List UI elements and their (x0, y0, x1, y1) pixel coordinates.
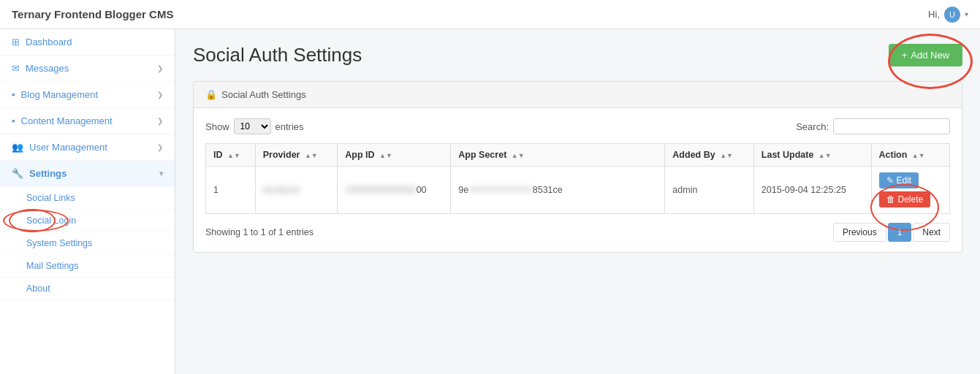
sort-arrows-action: ▲▼ (912, 152, 925, 159)
plus-icon: + (902, 50, 908, 61)
sidebar-item-label: Settings (29, 168, 67, 179)
sort-arrows-app-id: ▲▼ (379, 152, 392, 159)
app-brand: Ternary Frontend Blogger CMS (12, 8, 173, 20)
search-label: Search: (796, 121, 829, 132)
col-added-by[interactable]: Added By ▲▼ (665, 144, 753, 167)
edit-button[interactable]: ✎ Edit (879, 172, 919, 188)
table-header-row: ID ▲▼ Provider ▲▼ App ID ▲▼ App Secret ▲… (206, 144, 950, 167)
entries-label: entries (276, 121, 304, 132)
entries-select[interactable]: 10 25 50 100 (234, 118, 271, 134)
col-last-update[interactable]: Last Update ▲▼ (753, 144, 871, 167)
sidebar-item-mail-settings[interactable]: Mail Settings (0, 255, 175, 278)
cell-added-by: admin (665, 167, 753, 214)
col-app-secret[interactable]: App Secret ▲▼ (451, 144, 665, 167)
table-row: 1 facebook 1000000000000000 9e••••••••••… (206, 167, 950, 214)
col-action[interactable]: Action ▲▼ (871, 144, 950, 167)
sidebar-item-dashboard[interactable]: ⊞ Dashboard (0, 29, 175, 56)
social-auth-card: 🔒 Social Auth Settings Show 10 25 50 100 (193, 81, 962, 253)
sidebar-item-label: Content Management (21, 115, 113, 126)
sidebar-sub-label: About (26, 283, 50, 294)
navbar-right: Hi, U ▾ (928, 7, 968, 23)
cell-action: ✎ Edit 🗑 Delete (871, 167, 950, 214)
cell-provider: facebook (255, 167, 338, 214)
card-body: Show 10 25 50 100 entries Search: (194, 108, 962, 252)
add-new-button[interactable]: + Add New (889, 44, 962, 66)
col-app-id[interactable]: App ID ▲▼ (338, 144, 451, 167)
sidebar-item-blog-management[interactable]: ▪ Blog Management ❯ (0, 82, 175, 108)
chevron-down-icon: ▾ (965, 10, 968, 18)
chevron-right-icon: ❯ (157, 143, 163, 151)
trash-icon: 🗑 (886, 194, 895, 205)
cell-id: 1 (206, 167, 256, 214)
next-button[interactable]: Next (913, 223, 950, 242)
pagination: Previous 1 Next (833, 223, 950, 242)
delete-button[interactable]: 🗑 Delete (879, 191, 931, 207)
cell-last-update: 2015-09-04 12:25:25 (753, 167, 871, 214)
sidebar-item-label: Blog Management (21, 89, 99, 100)
settings-icon: 🔧 (12, 168, 23, 179)
user-greeting: Hi, (928, 9, 940, 20)
col-provider[interactable]: Provider ▲▼ (255, 144, 338, 167)
sort-arrows-app-secret: ▲▼ (512, 152, 525, 159)
show-entries-control: Show 10 25 50 100 entries (205, 118, 304, 134)
previous-button[interactable]: Previous (833, 223, 886, 242)
sidebar-item-label: Dashboard (26, 37, 72, 47)
search-group: Search: (796, 118, 950, 134)
sidebar-item-label: User Management (29, 142, 107, 153)
table-controls: Show 10 25 50 100 entries Search: (205, 118, 950, 134)
content-icon: ▪ (12, 115, 15, 126)
sidebar-sub-label: Mail Settings (26, 261, 79, 271)
sidebar-sub-label: Social Links (26, 193, 75, 203)
main-content: Social Auth Settings + Add New 🔒 Social … (175, 29, 980, 374)
sidebar-item-content-management[interactable]: ▪ Content Management ❯ (0, 108, 175, 134)
sort-arrows-id: ▲▼ (227, 152, 240, 159)
blog-icon: ▪ (12, 89, 15, 100)
edit-icon: ✎ (886, 175, 894, 186)
card-header: 🔒 Social Auth Settings (194, 82, 962, 108)
sidebar-item-user-management[interactable]: 👥 User Management ❯ (0, 134, 175, 161)
sidebar: ⊞ Dashboard ✉ Messages ❯ ▪ Blog Manageme… (0, 29, 175, 374)
card-title: Social Auth Settings (221, 89, 306, 100)
sidebar-item-system-settings[interactable]: System Settings (0, 232, 175, 255)
cell-app-id: 1000000000000000 (338, 167, 451, 214)
chevron-right-icon: ❯ (157, 91, 163, 99)
sidebar-item-social-login[interactable]: Social Login (0, 210, 175, 232)
col-id[interactable]: ID ▲▼ (206, 144, 256, 167)
page-title: Social Auth Settings (193, 44, 362, 66)
layout: ⊞ Dashboard ✉ Messages ❯ ▪ Blog Manageme… (0, 29, 980, 374)
sidebar-item-social-links[interactable]: Social Links (0, 187, 175, 210)
chevron-right-icon: ❯ (157, 64, 163, 72)
delete-label: Delete (898, 194, 924, 205)
add-new-label: Add New (911, 50, 949, 61)
grid-icon: ⊞ (12, 37, 20, 47)
sidebar-item-label: Messages (26, 63, 69, 74)
mail-icon: ✉ (12, 63, 20, 74)
chevron-down-icon: ▾ (159, 169, 163, 178)
show-label: Show (205, 121, 229, 132)
table-footer: Showing 1 to 1 of 1 entries Previous 1 N… (205, 223, 950, 242)
page-1-button[interactable]: 1 (888, 223, 912, 242)
sidebar-sub-label: System Settings (26, 238, 92, 248)
chevron-right-icon: ❯ (157, 117, 163, 125)
sidebar-sub-label: Social Login (26, 215, 76, 226)
search-input[interactable] (833, 118, 950, 134)
users-icon: 👥 (12, 142, 23, 153)
sidebar-item-about[interactable]: About (0, 278, 175, 300)
page-header: Social Auth Settings + Add New (193, 44, 962, 66)
avatar[interactable]: U (944, 7, 960, 23)
sort-arrows-provider: ▲▼ (305, 152, 318, 159)
sort-arrows-added-by: ▲▼ (720, 152, 733, 159)
sidebar-item-settings[interactable]: 🔧 Settings ▾ (0, 161, 175, 187)
cell-app-secret: 9e••••••••••••••••••••8531ce (451, 167, 665, 214)
lock-icon: 🔒 (205, 89, 217, 100)
sidebar-item-messages[interactable]: ✉ Messages ❯ (0, 56, 175, 82)
sort-arrows-last-update: ▲▼ (818, 152, 832, 159)
data-table: ID ▲▼ Provider ▲▼ App ID ▲▼ App Secret ▲… (205, 143, 950, 214)
edit-label: Edit (897, 175, 912, 186)
showing-text: Showing 1 to 1 of 1 entries (205, 227, 314, 237)
navbar: Ternary Frontend Blogger CMS Hi, U ▾ (0, 0, 980, 29)
